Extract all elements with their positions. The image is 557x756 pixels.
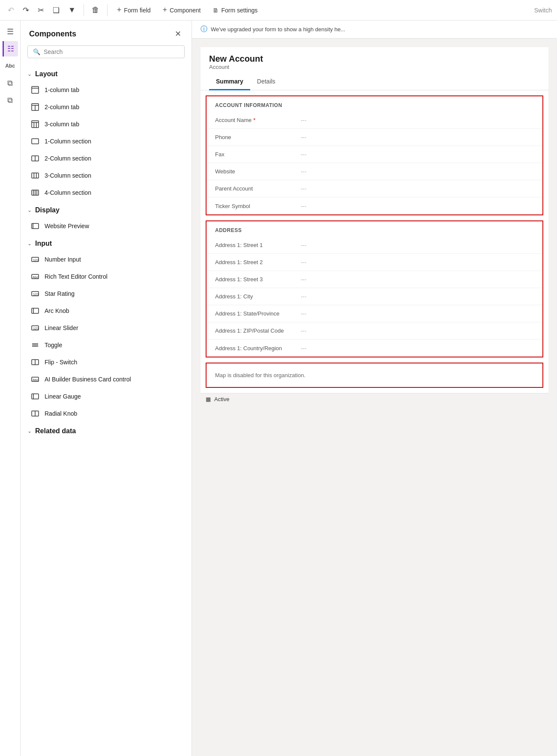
redo-button[interactable]: ↷: [20, 4, 32, 17]
form-settings-button[interactable]: 🗎 Form settings: [208, 5, 262, 15]
list-item[interactable]: Radial Knob: [27, 405, 185, 422]
street3-label: Address 1: Street 3: [215, 276, 301, 283]
dropdown-button[interactable]: ▼: [66, 4, 78, 16]
map-disabled-text: Map is disabled for this organization.: [215, 372, 534, 378]
component2-button[interactable]: ⧉: [3, 92, 18, 108]
copy-button[interactable]: ❏: [50, 4, 62, 17]
list-item[interactable]: 4-Column section: [27, 184, 185, 201]
delete-button[interactable]: 🗑: [89, 4, 102, 16]
fax-label: Fax: [215, 151, 301, 158]
list-item[interactable]: 2-column tab: [27, 98, 185, 116]
layout-chevron: ⌄: [27, 71, 32, 77]
one-col-section-label: 1-Column section: [45, 138, 91, 145]
list-item[interactable]: Abc Rich Text Editor Control: [27, 268, 185, 285]
account-info-section: ACCOUNT INFORMATION Account Name* --- Ph…: [206, 95, 543, 215]
list-item[interactable]: Flip - Switch: [27, 354, 185, 371]
list-item[interactable]: Linear Gauge: [27, 388, 185, 405]
component-label: Component: [170, 7, 201, 14]
list-item[interactable]: 2-Column section: [27, 150, 185, 167]
toggle-icon: [31, 341, 39, 349]
display-section-title: Display: [35, 206, 60, 214]
related-data-section-header[interactable]: ⌄ Related data: [27, 422, 185, 438]
list-item[interactable]: 3-column tab: [27, 116, 185, 133]
components-panel: Components ✕ 🔍 ⌄ Layout 1-column tab: [21, 21, 192, 756]
linear-gauge-icon: [31, 392, 39, 401]
undo-button[interactable]: ↶: [5, 4, 17, 17]
list-item[interactable]: 1-Column section: [27, 133, 185, 150]
tab-details[interactable]: Details: [250, 74, 282, 90]
components-list: ⌄ Layout 1-column tab 2-column tab 3: [21, 65, 192, 756]
svg-text:123: 123: [33, 292, 39, 296]
svg-text:Abc: Abc: [33, 275, 39, 279]
table-row: Address 1: City ---: [207, 288, 542, 305]
layout-section-header[interactable]: ⌄ Layout: [27, 65, 185, 81]
svg-text:123: 123: [33, 327, 39, 330]
website-preview-label: Website Preview: [45, 223, 89, 229]
info-banner: ⓘ We've upgraded your form to show a hig…: [192, 21, 557, 39]
list-item[interactable]: 123 Linear Slider: [27, 319, 185, 336]
search-input[interactable]: [44, 48, 179, 55]
phone-value: ---: [301, 134, 534, 140]
table-row: Address 1: State/Province ---: [207, 305, 542, 322]
table-row: Fax ---: [207, 146, 542, 163]
list-item[interactable]: 1-column tab: [27, 81, 185, 98]
abc-button[interactable]: Abc: [3, 58, 18, 74]
hamburger-menu-button[interactable]: ☰: [3, 24, 18, 39]
grid-view-button[interactable]: ☷: [3, 41, 18, 57]
parent-account-value: ---: [301, 185, 534, 192]
list-item[interactable]: 123 Number Input: [27, 251, 185, 268]
list-item[interactable]: Toggle: [27, 336, 185, 354]
ai-builder-label: AI Builder Business Card control: [45, 376, 131, 383]
flip-switch-label: Flip - Switch: [45, 359, 77, 366]
rich-text-icon: Abc: [31, 272, 39, 281]
related-data-section-title: Related data: [35, 427, 76, 435]
separator-2: [107, 4, 108, 16]
list-item[interactable]: 123 Star Rating: [27, 285, 185, 302]
list-item[interactable]: Arc Knob: [27, 302, 185, 319]
city-label: Address 1: City: [215, 293, 301, 300]
toolbar: ↶ ↷ ✂ ❏ ▼ 🗑 + Form field + Component 🗎 F…: [0, 0, 557, 21]
content-area: ⓘ We've upgraded your form to show a hig…: [192, 21, 557, 756]
list-item[interactable]: Abc AI Builder Business Card control: [27, 371, 185, 388]
component-button[interactable]: + Component: [159, 4, 205, 16]
toggle-label: Toggle: [45, 342, 62, 348]
input-section-title: Input: [35, 240, 52, 247]
list-item[interactable]: 3-Column section: [27, 167, 185, 184]
city-value: ---: [301, 293, 534, 300]
arc-knob-icon: [31, 307, 39, 315]
linear-slider-label: Linear Slider: [45, 324, 78, 331]
switch-label: Switch: [534, 7, 552, 14]
list-item[interactable]: Website Preview: [27, 217, 185, 235]
close-button[interactable]: ✕: [173, 27, 183, 40]
one-col-tab-icon: [31, 86, 39, 94]
country-label: Address 1: Country/Region: [215, 345, 301, 351]
layers-button[interactable]: ⧉: [3, 75, 18, 91]
svg-rect-9: [32, 139, 39, 144]
website-preview-icon: [31, 222, 39, 230]
form-field-button[interactable]: + Form field: [113, 4, 155, 16]
input-section-header[interactable]: ⌄ Input: [27, 235, 185, 251]
state-label: Address 1: State/Province: [215, 310, 301, 317]
ticker-symbol-label: Ticker Symbol: [215, 203, 301, 209]
svg-rect-5: [32, 121, 39, 128]
form-tabs: Summary Details: [201, 74, 548, 90]
display-section-header[interactable]: ⌄ Display: [27, 201, 185, 217]
svg-rect-12: [32, 173, 39, 178]
three-col-section-label: 3-Column section: [45, 172, 91, 179]
cut-button[interactable]: ✂: [35, 4, 47, 17]
radial-knob-label: Radial Knob: [45, 410, 77, 417]
components-header: Components ✕: [21, 21, 192, 45]
website-value: ---: [301, 168, 534, 175]
tab-summary[interactable]: Summary: [209, 74, 250, 90]
arc-knob-label: Arc Knob: [45, 307, 69, 314]
form-canvas: New Account Account Summary Details ACCO…: [192, 39, 557, 756]
two-col-section-icon: [31, 154, 39, 163]
three-col-tab-icon: [31, 120, 39, 128]
separator-1: [84, 4, 84, 16]
status-badge: Active: [214, 396, 229, 402]
form-title: New Account: [209, 54, 540, 64]
radial-knob-icon: [31, 409, 39, 418]
form-settings-label: Form settings: [221, 7, 258, 14]
components-title: Components: [29, 30, 76, 39]
info-icon: ⓘ: [201, 25, 207, 34]
